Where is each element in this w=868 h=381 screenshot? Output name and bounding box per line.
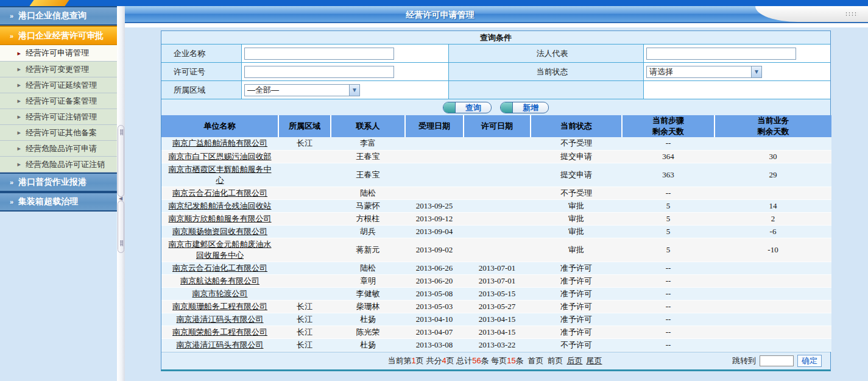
company-link[interactable]: 南京市栖霞区丰辉船舶服务中心 — [168, 164, 272, 186]
page-header-bar: 经营许可申请管理 — [125, 6, 868, 23]
cell-accepted: 2013-04-10 — [405, 313, 464, 326]
region-select[interactable]: —全部— ▼ — [244, 84, 360, 96]
column-header: 当前业务剩余天数 — [715, 115, 831, 137]
region-selected-value: —全部— — [245, 85, 279, 96]
splitter-handle[interactable]: ◀ — [118, 125, 124, 253]
company-link[interactable]: 南京市白下区恩赐污油回收部 — [169, 151, 272, 162]
splitter-segment[interactable] — [118, 125, 124, 197]
table-row: 南京云合石油化工有限公司陆松2013-06-262013-07-01准予许可-- — [161, 262, 831, 274]
company-link[interactable]: 南京广益船舶清舱有限公司 — [172, 138, 267, 149]
cell-contact: 陆松 — [331, 187, 405, 199]
cell-name: 南京云合石油化工有限公司 — [161, 262, 278, 274]
cell-name: 南京市轮渡公司 — [161, 287, 278, 300]
table-row: 南京市白下区恩赐污油回收部王春宝提交申请36430 — [161, 150, 831, 163]
cell-region: 长江 — [278, 338, 331, 351]
cell-region: 长江 — [278, 326, 331, 338]
cell-contact: 方根柱 — [331, 212, 405, 225]
sidebar-subitem[interactable]: ▸经营危险品许可申请 — [0, 141, 117, 157]
company-link[interactable]: 南京航达船务有限公司 — [180, 276, 259, 287]
table-row: 南京市轮渡公司李健敏2013-05-082013-05-15准予许可-- — [161, 287, 831, 300]
company-link[interactable]: 南京云合石油化工有限公司 — [172, 188, 267, 199]
confirm-button[interactable]: 确定 — [797, 355, 822, 367]
cell-accepted: 2013-05-08 — [405, 287, 464, 300]
column-header: 许可日期 — [464, 115, 531, 137]
cell-biz — [715, 137, 831, 150]
sidebar-splitter[interactable]: ◀ — [117, 6, 125, 381]
cell-name: 南京顺方欣船舶服务有限公司 — [161, 212, 278, 225]
company-link[interactable]: 南京市建邺区金元船舶废油水回收服务中心 — [168, 239, 272, 261]
sidebar-item[interactable]: »集装箱超载治理 — [0, 192, 117, 212]
menu-arrow-icon: ▸ — [7, 49, 26, 57]
add-button[interactable]: 新增 — [500, 102, 549, 113]
cell-name: 南京港清江码头有限公司 — [161, 338, 278, 351]
sidebar-subitem[interactable]: ▸经营许可证备案管理 — [0, 93, 117, 109]
table-row: 南京港清江码头有限公司长江杜扬2013-04-102013-04-15准予许可-… — [161, 313, 831, 326]
menu-item-label: 经营许可申请管理 — [26, 48, 89, 59]
cell-name: 南京顺扬物资回收有限公司 — [161, 225, 278, 238]
cell-licensed — [464, 187, 531, 199]
company-link[interactable]: 南京纪发船舶清仓残油回收站 — [169, 201, 272, 212]
cell-accepted: 2013-09-12 — [405, 212, 464, 225]
next-page-link[interactable]: 后页 — [566, 355, 582, 366]
cell-name: 南京市栖霞区丰辉船舶服务中心 — [161, 163, 278, 187]
cell-accepted: 2013-06-26 — [405, 262, 464, 274]
menu-item-label: 港口企业经营许可审批 — [18, 30, 104, 41]
cell-biz — [715, 274, 831, 287]
pager-text: 当前第 — [388, 355, 412, 366]
cell-accepted — [405, 187, 464, 199]
last-page-link[interactable]: 尾页 — [586, 355, 602, 366]
prev-page-link[interactable]: 前页 — [547, 355, 563, 366]
menu-arrow-icon: » — [0, 179, 18, 186]
sidebar-subitem[interactable]: ▸经营许可证注销管理 — [0, 109, 117, 125]
jump-page-input[interactable] — [760, 355, 794, 366]
company-link[interactable]: 南京顺扬物资回收有限公司 — [172, 226, 267, 237]
cell-step: -- — [622, 274, 715, 287]
cell-status: 准予许可 — [531, 274, 622, 287]
cell-contact: 蒋新元 — [331, 238, 405, 262]
license-no-input[interactable] — [244, 66, 394, 78]
menu-item-label: 经营危险品许可证注销 — [26, 159, 105, 170]
sidebar-subitem[interactable]: ▸经营危险品许可证注销 — [0, 157, 117, 173]
sidebar-subitem[interactable]: ▸经营许可申请管理 — [0, 45, 117, 62]
cell-status: 准予许可 — [531, 300, 622, 313]
company-link[interactable]: 南京市轮渡公司 — [192, 288, 248, 299]
sidebar-subitem[interactable]: ▸经营许可证延续管理 — [0, 77, 117, 93]
table-header-row: 单位名称所属区域联系人受理日期许可日期当前状态当前步骤剩余天数当前业务剩余天数 — [161, 115, 831, 137]
pager-text: 条 — [516, 355, 526, 366]
cell-status: 不予受理 — [531, 137, 622, 150]
cell-contact: 胡兵 — [331, 225, 405, 238]
first-page-link[interactable]: 首页 — [528, 355, 543, 366]
company-link[interactable]: 南京港清江码头有限公司 — [177, 340, 264, 351]
region-label: 所属区域 — [161, 81, 242, 99]
legal-rep-input[interactable] — [646, 48, 796, 60]
company-link[interactable]: 南京顺荣船务工程有限公司 — [172, 327, 267, 338]
cell-licensed — [464, 199, 531, 212]
query-form: 企业名称 法人代表 许可证号 当前状态 请选择 ▼ 所属区域 — [161, 45, 830, 99]
splitter-segment[interactable] — [118, 201, 124, 253]
search-button[interactable]: 查询 — [443, 102, 492, 113]
cell-step: 364 — [622, 150, 715, 163]
sidebar-item[interactable]: »港口企业经营许可审批 — [0, 26, 117, 45]
grip-dots-icon — [120, 129, 123, 135]
sidebar-item[interactable]: »港口普货作业报港 — [0, 173, 117, 192]
table-row: 南京航达船务有限公司章明2013-06-202013-07-01准予许可-- — [161, 274, 831, 287]
status-label: 当前状态 — [449, 63, 644, 81]
status-select[interactable]: 请选择 ▼ — [646, 66, 762, 78]
company-link[interactable]: 南京港清江码头有限公司 — [177, 314, 264, 325]
cell-region — [278, 225, 331, 238]
cell-licensed — [464, 225, 531, 238]
company-link[interactable]: 南京顺珊船务工程有限公司 — [172, 301, 267, 312]
cell-contact: 李健敏 — [331, 287, 405, 300]
company-link[interactable]: 南京顺方欣船舶服务有限公司 — [169, 213, 272, 224]
company-name-input[interactable] — [244, 48, 394, 60]
sidebar-subitem[interactable]: ▸经营许可证其他备案 — [0, 125, 117, 141]
cell-accepted: 2013-03-08 — [405, 338, 464, 351]
sidebar-item[interactable]: »港口企业信息查询 — [0, 6, 117, 26]
sidebar-subitem[interactable]: ▸经营许可变更管理 — [0, 62, 117, 77]
company-link[interactable]: 南京云合石油化工有限公司 — [172, 263, 267, 274]
menu-arrow-icon: » — [0, 198, 18, 205]
legal-rep-label: 法人代表 — [449, 45, 644, 63]
cell-accepted: 2013-09-04 — [405, 225, 464, 238]
cell-name: 南京航达船务有限公司 — [161, 274, 278, 287]
jump-to-group: 跳转到 确定 — [732, 355, 822, 367]
